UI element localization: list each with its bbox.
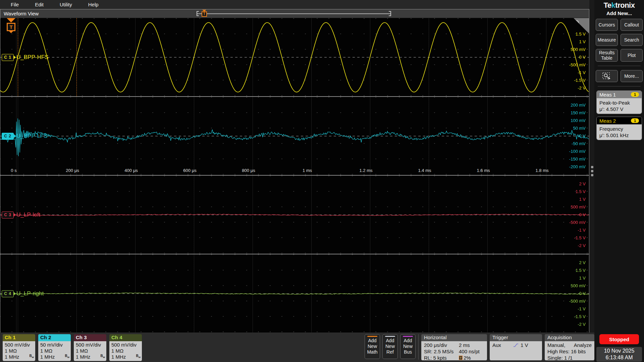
channel-settings-badge-ch3[interactable]: Ch 3500 mV/div1 MΩ1 MHzBw [74,334,106,361]
y-scale-label: 0 V [579,55,586,60]
y-scale-label: 0 V [579,212,586,217]
time-axis-label: 1.8 ms [535,168,548,173]
y-scale-label: 500 mV [571,283,586,288]
channel-label-ch1[interactable]: U_BPP-HFS [16,54,48,61]
y-scale-label: -1 V [578,306,586,311]
record-view-left-bracket [197,11,199,16]
datetime-display: 10 Nov 2025 6:13:48 AM [596,347,642,362]
tools-row: More... [596,70,643,82]
y-scale-label: -2 V [578,85,586,90]
meas-source-badge: 1 [631,118,639,123]
measurement-gate-line[interactable] [18,18,18,96]
y-scale-label: 1 V [579,276,586,281]
y-scale-label: 50 mV [573,126,586,131]
measurement-gate-line[interactable] [76,18,77,96]
y-scale-label: 100 mV [571,118,586,123]
trigger-t-icon: T [7,23,15,31]
measurement-cards: Meas 11Peak-to-Peakμ': 4.507 VMeas 21Fre… [596,90,642,143]
measure-button[interactable]: Measure [596,34,618,46]
y-scale-label: -1.5 V [574,314,586,319]
plot-button[interactable]: Plot [621,49,643,62]
tektronix-logo: Tektronix [604,1,635,10]
right-panel: Tektronix Add New... CursorsCalloutMeasu… [594,0,644,333]
waveform-ch2 [0,97,589,175]
plot-slice-ch1[interactable]: 1.5 V1 V500 mV0 V-500 mV-1 V-1.5 V-2 VC … [0,18,589,96]
acquisition-title: Acquisition [545,334,594,341]
search-button[interactable]: Search [621,34,643,46]
channel-settings: 500 mV/div1 MΩ1 MHzBw [109,341,142,361]
plot-slice-ch3[interactable]: 2 V1.5 V1 V500 mV0 V-500 mV-1 V-1.5 V-2 … [0,176,589,254]
y-scale-label: -200 mV [569,164,586,169]
add-new-ref-button[interactable]: AddNewRef [382,334,398,359]
time-axis-label: 600 μs [183,168,196,173]
channel-label-ch2[interactable]: U_BPP-LFS [16,133,48,139]
trigger-position-marker[interactable]: T [201,10,207,17]
add-new-heading: Add New... [606,10,632,16]
plot-slice-ch4[interactable]: 2 V1.5 V1 V500 mV0 V-500 mV-1 V-1.5 V-2 … [0,254,589,333]
add-new-bus-button[interactable]: AddNewBus [400,334,416,359]
meas-1-card[interactable]: Meas 11Peak-to-Peakμ': 4.507 V [596,90,642,114]
trigger-position-flag[interactable]: T [6,18,16,33]
channel-label-ch4[interactable]: U_LP-right [16,290,44,297]
trigger-level: 1 V [521,342,528,348]
date-label: 10 Nov 2025 [596,348,642,354]
trigger-panel[interactable]: TriggerAux1 V [490,334,542,360]
waveform-view-titlebar[interactable]: Waveform View T [0,9,589,18]
oscilloscope-ui: FileEditUtilityHelp Waveform View T 1.5 … [0,0,644,362]
y-scale-label: -50 mV [572,141,586,146]
divider [598,66,641,66]
panel-drag-handle[interactable] [590,166,594,176]
status-area: Stopped 10 Nov 2025 6:13:48 AM [594,333,644,362]
channel-badge-c4[interactable]: C 4 [2,290,14,297]
horizontal-panel[interactable]: Horizontal200 μs/div2 msSR: 2.5 MS/s400 … [421,334,487,360]
y-scale-label: -2 V [578,243,586,248]
waveform-view-window: Waveform View T 1.5 V1 V500 mV0 V-500 mV… [0,9,589,333]
time-label: 6:13:48 AM [596,354,642,361]
plot-slice-ch2[interactable]: 200 mV150 mV100 mV50 mV0 V-50 mV-100 mV-… [0,97,589,175]
meas-title: Meas 2 [599,118,616,124]
time-axis-label: 1.2 ms [359,168,372,173]
bandwidth-limit-badge: Bw [136,353,141,360]
meas-2-card[interactable]: Meas 21Frequencyμ': 5.001 kHz [596,117,642,140]
menu-file[interactable]: File [3,1,26,8]
graticule-area: 1.5 V1 V500 mV0 V-500 mV-1 V-1.5 V-2 VC … [0,18,589,332]
meas-body: Frequencyμ': 5.001 kHz [597,124,642,140]
channel-settings-badge-ch1[interactable]: Ch 1500 mV/div1 MΩ1 MHzBw [3,334,35,361]
meas-source-badge: 1 [631,92,639,97]
menu-utility[interactable]: Utility [52,1,79,8]
zoom-select-button[interactable] [596,70,618,82]
y-scale-label: -2 V [578,322,586,327]
callout-button[interactable]: Callout [621,19,643,31]
run-stop-status-button[interactable]: Stopped [599,334,639,344]
y-scale-label: 1.5 V [576,32,586,37]
horizontal-position-bar[interactable]: T [197,11,391,16]
add-new-math-button[interactable]: AddNewMath [365,334,380,359]
y-scale-label: 500 mV [571,47,586,52]
channel-settings-badge-ch2[interactable]: Ch 250 mV/div1 MΩ1 MHzBw [38,334,71,361]
add-new-buttons: CursorsCalloutMeasureSearchResults Table… [596,19,643,62]
channel-settings-badge-ch4[interactable]: Ch 4500 mV/div1 MΩ1 MHzBw [109,334,142,361]
y-scale-label: -1.5 V [574,235,586,240]
y-scale-label: -100 mV [569,149,586,154]
channel-badge-c3[interactable]: C 3 [2,212,14,219]
divider [598,86,641,86]
trigger-settings: Aux1 V [490,341,542,360]
y-scale-label: 0 V [579,291,586,296]
channel-badge-c2[interactable]: C 2 [2,133,14,140]
waveform-ch4 [0,254,589,333]
results-table-button[interactable]: Results Table [596,49,618,62]
more-button[interactable]: More... [621,70,643,82]
acquisition-panel[interactable]: AcquisitionManual,AnalyzeHigh Res: 16 bi… [545,334,594,360]
time-axis-label: 0 s [11,168,16,173]
bandwidth-limit-badge: Bw [65,353,69,360]
channel-name: Ch 3 [74,334,106,341]
menu-help[interactable]: Help [81,1,106,8]
channel-label-ch3[interactable]: U_LP-left [16,212,40,218]
channel-badge-c1[interactable]: C 1 [2,54,14,61]
y-scale-label: 1.5 V [576,268,586,273]
y-scale-label: 500 mV [571,204,586,209]
y-scale-label: -1 V [578,70,586,75]
cursors-button[interactable]: Cursors [596,19,618,31]
y-scale-label: 200 mV [571,103,586,108]
menu-edit[interactable]: Edit [28,1,51,8]
